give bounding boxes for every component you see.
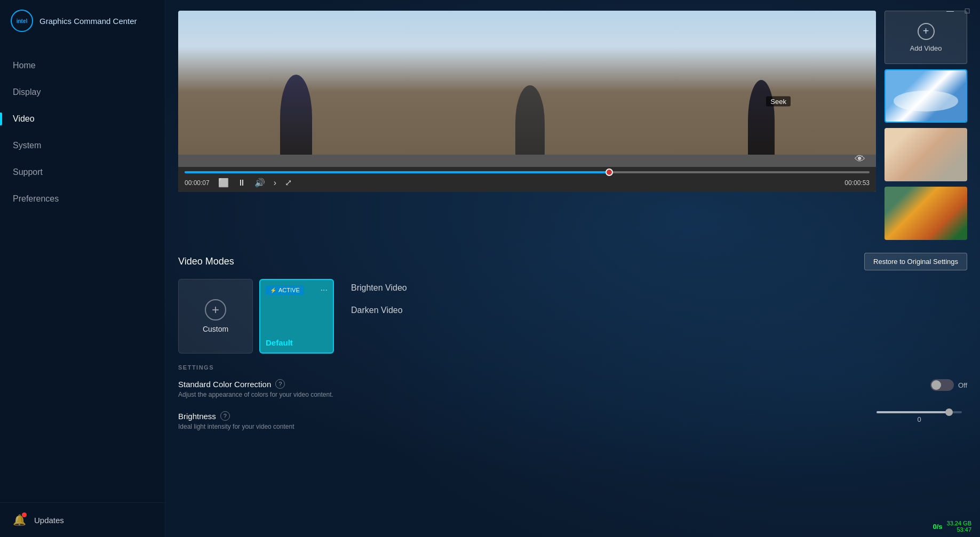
sidebar-item-system[interactable]: System bbox=[0, 132, 165, 159]
video-scene: Seek 👁 bbox=[178, 11, 876, 192]
mode-plus-icon: + bbox=[205, 299, 226, 320]
setting-desc-color: Adjust the appearance of colors for your… bbox=[178, 391, 903, 398]
figure-1 bbox=[280, 75, 312, 160]
notification-icon[interactable]: 🔔 bbox=[11, 511, 28, 528]
logo-area: intel Graphics Command Center bbox=[0, 0, 165, 42]
video-controls: 00:00:07 ⬜ ⏸ 🔊 › ⤢ 00:00:53 bbox=[178, 167, 876, 192]
maximize-button[interactable]: □ bbox=[963, 6, 971, 15]
seek-label: Seek bbox=[766, 97, 791, 107]
main-content: Seek 👁 00:00:07 ⬜ ⏸ 🔊 › bbox=[165, 0, 980, 537]
slider-thumb[interactable] bbox=[945, 408, 953, 416]
pause-button[interactable]: ⏸ bbox=[237, 178, 246, 188]
thumbnail-snowboard-image bbox=[886, 70, 966, 122]
sidebar-item-support[interactable]: Support bbox=[0, 159, 165, 186]
active-badge: ACTIVE bbox=[266, 285, 304, 295]
mode-option-brighten[interactable]: Brighten Video bbox=[351, 279, 407, 297]
progress-bar[interactable] bbox=[185, 171, 870, 173]
brightness-slider[interactable] bbox=[877, 411, 962, 413]
video-player-container: Seek 👁 00:00:07 ⬜ ⏸ 🔊 › bbox=[178, 11, 876, 240]
sidebar-item-video[interactable]: Video bbox=[0, 106, 165, 132]
video-modes-section: Video Modes Restore to Original Settings… bbox=[178, 253, 967, 354]
figure-2 bbox=[515, 85, 545, 160]
nav-menu: Home Display Video System Support Prefer… bbox=[0, 52, 165, 502]
time-total: 00:00:53 bbox=[844, 179, 870, 187]
setting-row-color-correction: Standard Color Correction ? Adjust the a… bbox=[178, 379, 967, 398]
mode-card-custom[interactable]: + Custom bbox=[178, 279, 253, 354]
storage-time: 53:47 bbox=[947, 526, 971, 533]
thumbnail-market-image bbox=[885, 187, 967, 240]
modes-grid: + Custom ACTIVE ··· Default Brighten Vid… bbox=[178, 279, 967, 354]
volume-icon[interactable]: 🔊 bbox=[254, 178, 265, 188]
time-current: 00:00:07 bbox=[185, 179, 210, 187]
controls-row: 00:00:07 ⬜ ⏸ 🔊 › ⤢ 00:00:53 bbox=[185, 178, 870, 188]
storage-size: 33.24 GB bbox=[947, 520, 971, 526]
help-icon-brightness[interactable]: ? bbox=[220, 411, 230, 421]
mode-card-header: ACTIVE ··· bbox=[260, 280, 333, 295]
setting-control-brightness: 0 bbox=[871, 411, 967, 423]
setting-control-color: Off bbox=[903, 379, 967, 391]
setting-info-brightness: Brightness ? Ideal light intensity for y… bbox=[178, 411, 871, 430]
thumbnail-market[interactable] bbox=[885, 187, 967, 240]
resize-icon[interactable]: ⬜ bbox=[218, 178, 229, 188]
progress-filled bbox=[185, 171, 609, 173]
setting-desc-brightness: Ideal light intensity for your video con… bbox=[178, 423, 871, 430]
next-icon[interactable]: › bbox=[274, 178, 276, 188]
sidebar-item-display[interactable]: Display bbox=[0, 79, 165, 106]
video-thumbnails: + Add Video bbox=[885, 11, 967, 240]
settings-section-label: SETTINGS bbox=[178, 364, 967, 371]
app-title: Graphics Command Center bbox=[39, 17, 137, 26]
storage-info: 33.24 GB 53:47 bbox=[947, 520, 971, 533]
thumbnail-people-image bbox=[885, 128, 967, 181]
help-icon-color[interactable]: ? bbox=[275, 379, 285, 389]
toggle-knob bbox=[931, 380, 941, 390]
setting-row-brightness: Brightness ? Ideal light intensity for y… bbox=[178, 411, 967, 430]
other-modes-list: Brighten Video Darken Video bbox=[351, 279, 407, 319]
sidebar-item-preferences[interactable]: Preferences bbox=[0, 186, 165, 212]
toggle-state-label: Off bbox=[958, 381, 967, 389]
mode-card-default[interactable]: ACTIVE ··· Default bbox=[259, 279, 334, 354]
section-title: Video Modes bbox=[178, 256, 234, 267]
status-bar: 0/s 33.24 GB 53:47 bbox=[924, 516, 980, 537]
scene-figures bbox=[178, 53, 876, 160]
setting-name-color: Standard Color Correction ? bbox=[178, 379, 903, 389]
add-video-label: Add Video bbox=[910, 44, 942, 52]
minimize-button[interactable]: — bbox=[946, 6, 954, 15]
network-speed: 0/s bbox=[933, 523, 942, 531]
settings-section: SETTINGS Standard Color Correction ? Adj… bbox=[178, 364, 967, 430]
sidebar: intel Graphics Command Center Home Displ… bbox=[0, 0, 165, 537]
updates-label[interactable]: Updates bbox=[34, 516, 64, 525]
eye-icon[interactable]: 👁 bbox=[855, 153, 865, 165]
mode-option-darken[interactable]: Darken Video bbox=[351, 301, 407, 319]
section-header: Video Modes Restore to Original Settings bbox=[178, 253, 967, 270]
add-video-button[interactable]: + Add Video bbox=[885, 11, 967, 64]
mode-default-label: Default bbox=[260, 338, 333, 352]
setting-info-color: Standard Color Correction ? Adjust the a… bbox=[178, 379, 903, 398]
brightness-slider-container: 0 bbox=[871, 411, 967, 423]
sidebar-item-home[interactable]: Home bbox=[0, 52, 165, 79]
slider-filled bbox=[877, 411, 949, 413]
thumbnail-people[interactable] bbox=[885, 128, 967, 181]
setting-name-brightness: Brightness ? bbox=[178, 411, 871, 421]
thumbnail-snowboard[interactable] bbox=[885, 69, 967, 123]
progress-thumb[interactable] bbox=[605, 169, 613, 176]
intel-logo-icon: intel bbox=[11, 10, 33, 32]
video-section: Seek 👁 00:00:07 ⬜ ⏸ 🔊 › bbox=[178, 11, 967, 240]
restore-original-button[interactable]: Restore to Original Settings bbox=[864, 253, 967, 270]
video-player[interactable]: Seek 👁 00:00:07 ⬜ ⏸ 🔊 › bbox=[178, 11, 876, 192]
mode-custom-label: Custom bbox=[203, 325, 228, 333]
sidebar-bottom: 🔔 Updates bbox=[0, 502, 165, 537]
add-video-plus-icon: + bbox=[918, 23, 935, 40]
figure-3 bbox=[748, 80, 775, 160]
toggle-color-correction[interactable] bbox=[930, 379, 954, 391]
brightness-value: 0 bbox=[917, 415, 921, 423]
window-controls: — □ bbox=[946, 6, 971, 15]
mode-options-icon[interactable]: ··· bbox=[321, 285, 328, 295]
controls-left: 00:00:07 ⬜ ⏸ 🔊 › ⤢ bbox=[185, 178, 292, 188]
fullscreen-icon[interactable]: ⤢ bbox=[285, 178, 292, 188]
notification-dot bbox=[22, 512, 27, 517]
